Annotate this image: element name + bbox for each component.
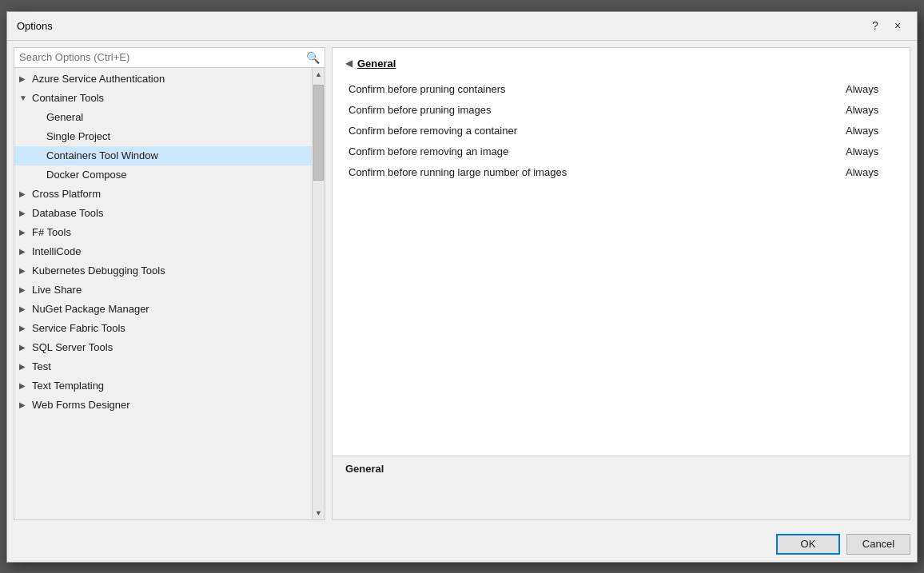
tree-item-label: IntelliCode <box>32 245 81 257</box>
title-bar: Options ? × <box>7 12 917 41</box>
tree-item-kubernetes-debugging[interactable]: ▶Kubernetes Debugging Tools <box>14 261 312 281</box>
tree-item-label: Containers Tool Window <box>46 149 158 161</box>
option-row: Confirm before removing an imageAlways <box>345 141 897 162</box>
tree-item-label: Test <box>32 360 51 372</box>
option-label: Confirm before removing an image <box>348 145 846 157</box>
help-button[interactable]: ? <box>866 16 885 35</box>
expand-icon: ▶ <box>19 304 30 313</box>
expand-icon: ▶ <box>19 74 30 83</box>
scroll-thumb[interactable] <box>313 85 324 181</box>
tree-item-label: Docker Compose <box>46 169 126 181</box>
option-value[interactable]: Always <box>846 145 894 157</box>
expand-icon: ▶ <box>19 362 30 371</box>
expand-icon: ▶ <box>19 285 30 294</box>
tree-item-intellicode[interactable]: ▶IntelliCode <box>14 242 312 261</box>
tree-list: ▶Azure Service Authentication▼Container … <box>14 68 312 519</box>
search-icon: 🔍 <box>306 51 320 64</box>
search-input[interactable] <box>19 51 306 63</box>
expand-icon: ▶ <box>19 189 30 198</box>
tree-item-label: Azure Service Authentication <box>32 73 165 85</box>
section-header: ◀ General <box>345 58 897 70</box>
scroll-down-button[interactable]: ▼ <box>313 507 325 519</box>
right-panel: ◀ General Confirm before pruning contain… <box>332 47 910 520</box>
tree-item-label: Container Tools <box>32 92 104 104</box>
left-panel: 🔍 ▶Azure Service Authentication▼Containe… <box>14 47 325 520</box>
scroll-up-button[interactable]: ▲ <box>313 68 325 81</box>
expand-icon: ▶ <box>19 209 30 217</box>
option-label: Confirm before pruning images <box>348 104 846 116</box>
close-button[interactable]: × <box>888 16 907 35</box>
option-row: Confirm before removing a containerAlway… <box>345 121 897 141</box>
option-value[interactable]: Always <box>846 83 894 95</box>
content-area: 🔍 ▶Azure Service Authentication▼Containe… <box>7 41 917 527</box>
option-label: Confirm before pruning containers <box>348 83 846 95</box>
tree-item-docker-compose[interactable]: Docker Compose <box>14 165 312 185</box>
option-value[interactable]: Always <box>846 166 894 178</box>
option-value[interactable]: Always <box>846 104 894 116</box>
tree-item-nuget-package-manager[interactable]: ▶NuGet Package Manager <box>14 300 312 319</box>
scroll-track <box>313 81 325 507</box>
expand-icon: ▶ <box>19 381 30 390</box>
ok-button[interactable]: OK <box>776 534 840 555</box>
tree-item-label: Kubernetes Debugging Tools <box>32 265 165 277</box>
option-label: Confirm before removing a container <box>348 125 846 137</box>
tree-item-azure-service-auth[interactable]: ▶Azure Service Authentication <box>14 70 312 89</box>
cancel-button[interactable]: Cancel <box>846 534 910 555</box>
tree-item-cross-platform[interactable]: ▶Cross Platform <box>14 185 312 204</box>
expand-icon: ▶ <box>19 400 30 409</box>
tree-item-database-tools[interactable]: ▶Database Tools <box>14 204 312 223</box>
expand-icon: ▶ <box>19 343 30 352</box>
tree-item-label: Single Project <box>46 130 110 142</box>
option-row: Confirm before running large number of i… <box>345 162 897 183</box>
tree-item-general[interactable]: General <box>14 108 312 127</box>
options-dialog: Options ? × 🔍 ▶Azure Service Authenticat… <box>6 11 918 563</box>
collapse-icon[interactable]: ◀ <box>345 58 352 69</box>
tree-item-label: Service Fabric Tools <box>32 322 125 334</box>
scrollbar: ▲ ▼ <box>312 68 325 519</box>
tree-item-sql-server-tools[interactable]: ▶SQL Server Tools <box>14 338 312 357</box>
title-controls: ? × <box>866 16 907 35</box>
tree-item-text-templating[interactable]: ▶Text Templating <box>14 376 312 396</box>
tree-item-live-share[interactable]: ▶Live Share <box>14 281 312 300</box>
description-panel: General <box>332 456 910 520</box>
tree-item-container-tools[interactable]: ▼Container Tools <box>14 89 312 108</box>
main-content: ◀ General Confirm before pruning contain… <box>332 47 910 456</box>
expand-icon: ▶ <box>19 247 30 256</box>
tree-area: ▶Azure Service Authentication▼Container … <box>14 68 325 519</box>
tree-item-containers-tool-window[interactable]: Containers Tool Window <box>14 146 312 165</box>
tree-item-label: Web Forms Designer <box>32 399 130 411</box>
tree-item-label: Cross Platform <box>32 188 101 200</box>
tree-item-test[interactable]: ▶Test <box>14 357 312 376</box>
dialog-title: Options <box>17 20 866 32</box>
tree-item-label: Text Templating <box>32 380 104 392</box>
option-value[interactable]: Always <box>846 125 894 137</box>
tree-item-fsharp-tools[interactable]: ▶F# Tools <box>14 223 312 242</box>
tree-item-label: Live Share <box>32 284 82 296</box>
button-bar: OK Cancel <box>7 527 917 562</box>
option-row: Confirm before pruning containersAlways <box>345 79 897 100</box>
tree-item-single-project[interactable]: Single Project <box>14 127 312 146</box>
tree-item-label: Database Tools <box>32 207 103 219</box>
expand-icon: ▶ <box>19 266 30 275</box>
tree-item-web-forms-designer[interactable]: ▶Web Forms Designer <box>14 396 312 415</box>
options-table: Confirm before pruning containersAlwaysC… <box>345 79 897 183</box>
tree-item-label: F# Tools <box>32 226 71 238</box>
search-box: 🔍 <box>14 48 325 68</box>
option-row: Confirm before pruning imagesAlways <box>345 100 897 121</box>
tree-item-service-fabric-tools[interactable]: ▶Service Fabric Tools <box>14 319 312 338</box>
tree-item-label: SQL Server Tools <box>32 341 113 353</box>
expand-icon: ▼ <box>19 94 30 102</box>
option-label: Confirm before running large number of i… <box>348 166 846 178</box>
description-text: General <box>345 463 384 475</box>
section-title: General <box>357 58 396 70</box>
expand-icon: ▶ <box>19 324 30 332</box>
tree-item-label: General <box>46 111 83 123</box>
expand-icon: ▶ <box>19 228 30 237</box>
tree-item-label: NuGet Package Manager <box>32 303 149 315</box>
